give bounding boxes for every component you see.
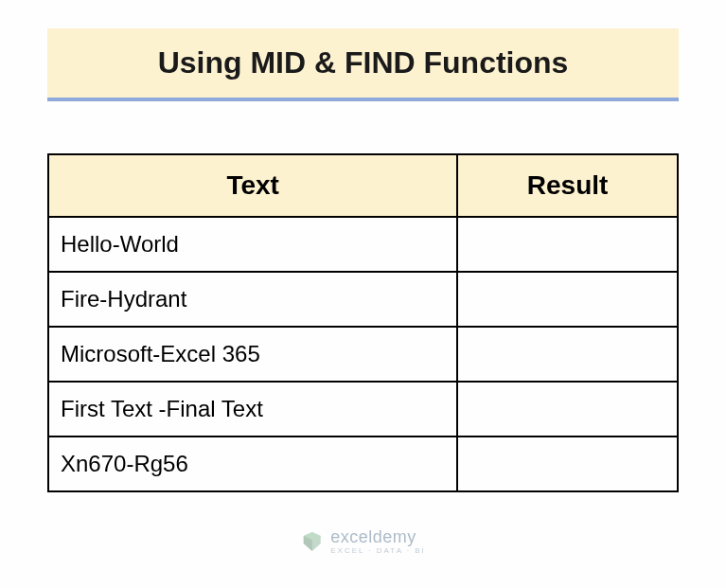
table-row: Hello-World (48, 217, 678, 272)
cell-text: Fire-Hydrant (48, 272, 457, 327)
table-header-row: Text Result (48, 154, 678, 217)
page-title: Using MID & FIND Functions (66, 45, 660, 80)
cell-result (457, 217, 678, 272)
header-text: Text (48, 154, 457, 217)
cell-result (457, 382, 678, 437)
watermark-tagline: EXCEL · DATA · BI (330, 547, 426, 555)
cell-text: First Text -Final Text (48, 382, 457, 437)
cell-result (457, 272, 678, 327)
header-result: Result (457, 154, 678, 217)
logo-icon (300, 530, 323, 553)
title-banner: Using MID & FIND Functions (47, 28, 679, 101)
table-row: Microsoft-Excel 365 (48, 327, 678, 382)
table-row: First Text -Final Text (48, 382, 678, 437)
cell-text: Xn670-Rg56 (48, 437, 457, 491)
cell-result (457, 327, 678, 382)
watermark-brand: exceldemy (330, 528, 426, 545)
watermark-text: exceldemy EXCEL · DATA · BI (330, 528, 426, 555)
cell-result (457, 437, 678, 491)
table-row: Fire-Hydrant (48, 272, 678, 327)
data-table: Text Result Hello-World Fire-Hydrant Mic… (47, 153, 679, 492)
cell-text: Microsoft-Excel 365 (48, 327, 457, 382)
watermark: exceldemy EXCEL · DATA · BI (300, 528, 426, 555)
cell-text: Hello-World (48, 217, 457, 272)
table-row: Xn670-Rg56 (48, 437, 678, 491)
